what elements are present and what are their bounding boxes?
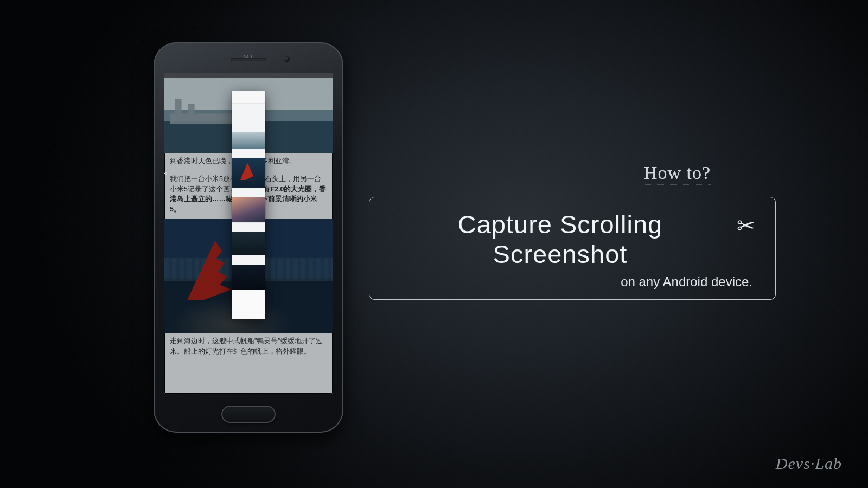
hero-subtitle: on any Android device. bbox=[389, 274, 756, 290]
phone-front-camera bbox=[284, 56, 290, 62]
hero-title-box: Capture Scrolling Screenshot ✂ on any An… bbox=[369, 197, 776, 300]
phone-speaker bbox=[231, 58, 266, 61]
phone-screen: 到香港时天色已晚，……入维多利亚湾。 我们把一台小米5放在……顶的石头上，用另一… bbox=[164, 73, 333, 394]
status-bar bbox=[164, 73, 333, 78]
phone-home-button[interactable] bbox=[221, 406, 276, 423]
long-screenshot-preview[interactable] bbox=[232, 91, 265, 319]
preview-segment bbox=[232, 158, 265, 188]
article-caption-2: 走到海边时，这艘中式帆船"鸭灵号"缓缓地开了过来。船上的灯光打在红色的帆上，格外… bbox=[164, 333, 333, 362]
preview-segment bbox=[232, 290, 265, 319]
hero-copy: How to? Capture Scrolling Screenshot ✂ o… bbox=[369, 163, 776, 300]
scissors-icon: ✂ bbox=[737, 213, 756, 238]
preview-segment bbox=[232, 123, 265, 132]
phone-mockup: MI 到香港时天色已晚，……入维多利亚湾。 我们把一台小米5放在……顶的石头上，… bbox=[154, 42, 343, 433]
preview-segment bbox=[232, 265, 265, 290]
preview-segment bbox=[232, 232, 265, 255]
hero-title-text: Capture Scrolling Screenshot bbox=[389, 209, 731, 269]
preview-segment bbox=[232, 132, 265, 149]
preview-segment bbox=[232, 222, 265, 232]
hero-eyebrow: How to? bbox=[644, 163, 711, 185]
capture-cut-line-icon: ✂ bbox=[164, 169, 168, 178]
watermark: Devs·Lab bbox=[776, 454, 842, 473]
preview-segment bbox=[232, 113, 265, 123]
hero-title: Capture Scrolling Screenshot ✂ bbox=[389, 209, 756, 269]
preview-segment bbox=[232, 91, 265, 103]
preview-segment bbox=[232, 255, 265, 265]
preview-segment bbox=[232, 103, 265, 113]
preview-segment bbox=[232, 188, 265, 197]
preview-segment bbox=[232, 149, 265, 158]
preview-segment bbox=[232, 197, 265, 222]
